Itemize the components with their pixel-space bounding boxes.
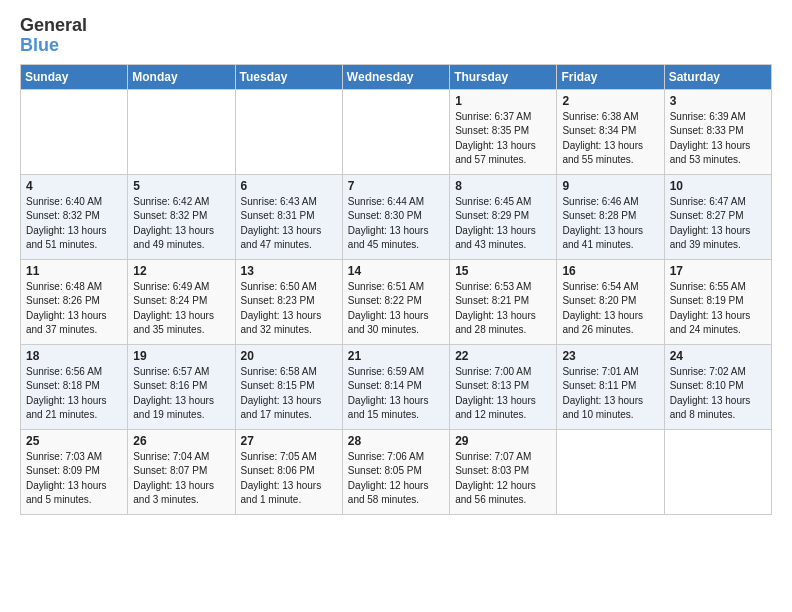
cell-details: Sunrise: 7:03 AM Sunset: 8:09 PM Dayligh…	[26, 450, 122, 508]
cell-details: Sunrise: 6:49 AM Sunset: 8:24 PM Dayligh…	[133, 280, 229, 338]
calendar-cell: 1Sunrise: 6:37 AM Sunset: 8:35 PM Daylig…	[450, 89, 557, 174]
cell-details: Sunrise: 7:00 AM Sunset: 8:13 PM Dayligh…	[455, 365, 551, 423]
calendar-week-row: 18Sunrise: 6:56 AM Sunset: 8:18 PM Dayli…	[21, 344, 772, 429]
calendar-cell	[128, 89, 235, 174]
calendar-week-row: 4Sunrise: 6:40 AM Sunset: 8:32 PM Daylig…	[21, 174, 772, 259]
calendar-cell: 16Sunrise: 6:54 AM Sunset: 8:20 PM Dayli…	[557, 259, 664, 344]
calendar-week-row: 25Sunrise: 7:03 AM Sunset: 8:09 PM Dayli…	[21, 429, 772, 514]
cell-details: Sunrise: 6:39 AM Sunset: 8:33 PM Dayligh…	[670, 110, 766, 168]
calendar-cell	[557, 429, 664, 514]
calendar-cell: 2Sunrise: 6:38 AM Sunset: 8:34 PM Daylig…	[557, 89, 664, 174]
calendar-cell: 6Sunrise: 6:43 AM Sunset: 8:31 PM Daylig…	[235, 174, 342, 259]
calendar-cell: 21Sunrise: 6:59 AM Sunset: 8:14 PM Dayli…	[342, 344, 449, 429]
cell-details: Sunrise: 6:40 AM Sunset: 8:32 PM Dayligh…	[26, 195, 122, 253]
calendar-cell: 9Sunrise: 6:46 AM Sunset: 8:28 PM Daylig…	[557, 174, 664, 259]
cell-details: Sunrise: 6:42 AM Sunset: 8:32 PM Dayligh…	[133, 195, 229, 253]
day-number: 21	[348, 349, 444, 363]
calendar-cell: 20Sunrise: 6:58 AM Sunset: 8:15 PM Dayli…	[235, 344, 342, 429]
day-number: 15	[455, 264, 551, 278]
cell-details: Sunrise: 7:07 AM Sunset: 8:03 PM Dayligh…	[455, 450, 551, 508]
cell-details: Sunrise: 7:05 AM Sunset: 8:06 PM Dayligh…	[241, 450, 337, 508]
cell-details: Sunrise: 6:57 AM Sunset: 8:16 PM Dayligh…	[133, 365, 229, 423]
calendar-cell: 13Sunrise: 6:50 AM Sunset: 8:23 PM Dayli…	[235, 259, 342, 344]
calendar-cell: 8Sunrise: 6:45 AM Sunset: 8:29 PM Daylig…	[450, 174, 557, 259]
day-number: 4	[26, 179, 122, 193]
calendar-cell: 22Sunrise: 7:00 AM Sunset: 8:13 PM Dayli…	[450, 344, 557, 429]
day-number: 14	[348, 264, 444, 278]
calendar-cell: 11Sunrise: 6:48 AM Sunset: 8:26 PM Dayli…	[21, 259, 128, 344]
calendar-cell: 15Sunrise: 6:53 AM Sunset: 8:21 PM Dayli…	[450, 259, 557, 344]
calendar-cell	[21, 89, 128, 174]
cell-details: Sunrise: 6:51 AM Sunset: 8:22 PM Dayligh…	[348, 280, 444, 338]
day-number: 25	[26, 434, 122, 448]
calendar-cell	[664, 429, 771, 514]
weekday-header-wednesday: Wednesday	[342, 64, 449, 89]
calendar-cell: 23Sunrise: 7:01 AM Sunset: 8:11 PM Dayli…	[557, 344, 664, 429]
cell-details: Sunrise: 6:54 AM Sunset: 8:20 PM Dayligh…	[562, 280, 658, 338]
cell-details: Sunrise: 6:37 AM Sunset: 8:35 PM Dayligh…	[455, 110, 551, 168]
day-number: 7	[348, 179, 444, 193]
cell-details: Sunrise: 6:58 AM Sunset: 8:15 PM Dayligh…	[241, 365, 337, 423]
calendar-cell: 17Sunrise: 6:55 AM Sunset: 8:19 PM Dayli…	[664, 259, 771, 344]
calendar-cell: 10Sunrise: 6:47 AM Sunset: 8:27 PM Dayli…	[664, 174, 771, 259]
calendar-cell: 12Sunrise: 6:49 AM Sunset: 8:24 PM Dayli…	[128, 259, 235, 344]
day-number: 11	[26, 264, 122, 278]
day-number: 16	[562, 264, 658, 278]
cell-details: Sunrise: 6:48 AM Sunset: 8:26 PM Dayligh…	[26, 280, 122, 338]
day-number: 3	[670, 94, 766, 108]
weekday-header-thursday: Thursday	[450, 64, 557, 89]
calendar-cell: 18Sunrise: 6:56 AM Sunset: 8:18 PM Dayli…	[21, 344, 128, 429]
calendar-cell: 19Sunrise: 6:57 AM Sunset: 8:16 PM Dayli…	[128, 344, 235, 429]
logo-text: General Blue	[20, 16, 87, 56]
calendar-cell: 14Sunrise: 6:51 AM Sunset: 8:22 PM Dayli…	[342, 259, 449, 344]
cell-details: Sunrise: 6:56 AM Sunset: 8:18 PM Dayligh…	[26, 365, 122, 423]
day-number: 27	[241, 434, 337, 448]
day-number: 10	[670, 179, 766, 193]
cell-details: Sunrise: 6:59 AM Sunset: 8:14 PM Dayligh…	[348, 365, 444, 423]
cell-details: Sunrise: 7:04 AM Sunset: 8:07 PM Dayligh…	[133, 450, 229, 508]
cell-details: Sunrise: 6:55 AM Sunset: 8:19 PM Dayligh…	[670, 280, 766, 338]
cell-details: Sunrise: 6:44 AM Sunset: 8:30 PM Dayligh…	[348, 195, 444, 253]
calendar-cell: 7Sunrise: 6:44 AM Sunset: 8:30 PM Daylig…	[342, 174, 449, 259]
day-number: 23	[562, 349, 658, 363]
day-number: 22	[455, 349, 551, 363]
calendar-cell: 29Sunrise: 7:07 AM Sunset: 8:03 PM Dayli…	[450, 429, 557, 514]
day-number: 5	[133, 179, 229, 193]
calendar-cell: 26Sunrise: 7:04 AM Sunset: 8:07 PM Dayli…	[128, 429, 235, 514]
calendar-cell: 5Sunrise: 6:42 AM Sunset: 8:32 PM Daylig…	[128, 174, 235, 259]
calendar-week-row: 11Sunrise: 6:48 AM Sunset: 8:26 PM Dayli…	[21, 259, 772, 344]
weekday-header-saturday: Saturday	[664, 64, 771, 89]
day-number: 17	[670, 264, 766, 278]
weekday-header-monday: Monday	[128, 64, 235, 89]
calendar-cell	[342, 89, 449, 174]
day-number: 9	[562, 179, 658, 193]
day-number: 28	[348, 434, 444, 448]
day-number: 12	[133, 264, 229, 278]
calendar-cell	[235, 89, 342, 174]
calendar-cell: 3Sunrise: 6:39 AM Sunset: 8:33 PM Daylig…	[664, 89, 771, 174]
logo: General Blue General Blue	[20, 16, 87, 56]
cell-details: Sunrise: 6:43 AM Sunset: 8:31 PM Dayligh…	[241, 195, 337, 253]
day-number: 18	[26, 349, 122, 363]
cell-details: Sunrise: 6:45 AM Sunset: 8:29 PM Dayligh…	[455, 195, 551, 253]
cell-details: Sunrise: 6:46 AM Sunset: 8:28 PM Dayligh…	[562, 195, 658, 253]
cell-details: Sunrise: 7:01 AM Sunset: 8:11 PM Dayligh…	[562, 365, 658, 423]
calendar-table: SundayMondayTuesdayWednesdayThursdayFrid…	[20, 64, 772, 515]
day-number: 2	[562, 94, 658, 108]
day-number: 19	[133, 349, 229, 363]
calendar-cell: 27Sunrise: 7:05 AM Sunset: 8:06 PM Dayli…	[235, 429, 342, 514]
weekday-header-row: SundayMondayTuesdayWednesdayThursdayFrid…	[21, 64, 772, 89]
cell-details: Sunrise: 6:50 AM Sunset: 8:23 PM Dayligh…	[241, 280, 337, 338]
calendar-week-row: 1Sunrise: 6:37 AM Sunset: 8:35 PM Daylig…	[21, 89, 772, 174]
day-number: 29	[455, 434, 551, 448]
day-number: 8	[455, 179, 551, 193]
day-number: 13	[241, 264, 337, 278]
day-number: 24	[670, 349, 766, 363]
day-number: 26	[133, 434, 229, 448]
day-number: 1	[455, 94, 551, 108]
calendar-cell: 4Sunrise: 6:40 AM Sunset: 8:32 PM Daylig…	[21, 174, 128, 259]
calendar-cell: 25Sunrise: 7:03 AM Sunset: 8:09 PM Dayli…	[21, 429, 128, 514]
cell-details: Sunrise: 6:38 AM Sunset: 8:34 PM Dayligh…	[562, 110, 658, 168]
page-header: General Blue General Blue	[20, 16, 772, 56]
calendar-cell: 24Sunrise: 7:02 AM Sunset: 8:10 PM Dayli…	[664, 344, 771, 429]
